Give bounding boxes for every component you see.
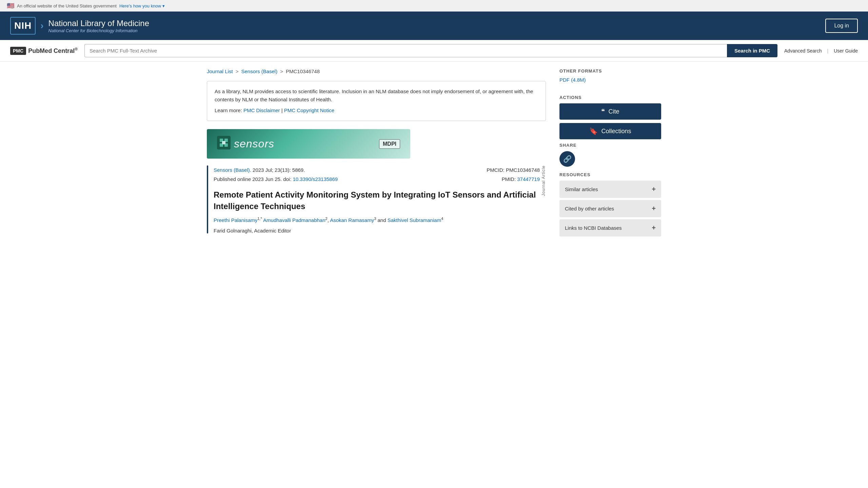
pmc-logo-link[interactable]: PMC PubMed Central® [10, 47, 78, 55]
notice-sep: | [281, 107, 284, 113]
share-link-icon: 🔗 [563, 155, 572, 163]
svg-rect-5 [222, 141, 225, 144]
nih-abbr: NIH [14, 20, 32, 31]
author-4-link[interactable]: Sakthivel Subramaniam [388, 217, 441, 223]
left-accent-bar [207, 165, 208, 233]
nih-header: NIH › National Library of Medicine Natio… [0, 12, 868, 40]
similar-articles-label: Similar articles [565, 186, 598, 192]
how-you-know-link[interactable]: Here's how you know ▾ [119, 3, 165, 8]
pmc-header: PMC PubMed Central® Search in PMC Advanc… [0, 40, 868, 62]
notice-box: As a library, NLM provides access to sci… [207, 81, 546, 121]
similar-articles-plus-icon: + [652, 185, 656, 193]
nih-chevron-icon: › [40, 20, 43, 31]
advanced-search-link[interactable]: Advanced Search [784, 48, 822, 54]
search-input[interactable] [84, 44, 727, 57]
article-meta-right: PMCID: PMC10346748 PMID: 37447719 [487, 165, 540, 184]
journal-article-label: Journal Article [541, 165, 546, 199]
cited-by-articles-item[interactable]: Cited by other articles + [559, 200, 661, 217]
page-container: Journal List > Sensors (Basel) > PMC1034… [197, 62, 671, 245]
collections-icon: 🔖 [589, 127, 598, 135]
cited-by-plus-icon: + [652, 205, 656, 212]
cited-by-articles-label: Cited by other articles [565, 206, 614, 211]
breadcrumb-sensors[interactable]: Sensors (Basel) [241, 68, 277, 74]
pdf-link[interactable]: PDF (4.8M) [559, 77, 586, 83]
journal-banner: sensors MDPI [207, 129, 410, 159]
share-link-button[interactable]: 🔗 [559, 151, 575, 167]
resources-title: RESOURCES [559, 172, 661, 177]
mdpi-logo: MDPI [379, 139, 400, 149]
search-button[interactable]: Search in PMC [727, 44, 777, 57]
article-body-wrapper: Sensors (Basel). 2023 Jul; 23(13): 5869.… [207, 165, 546, 233]
search-bar-wrapper: Search in PMC [84, 44, 777, 57]
pmc-nav: Advanced Search | User Guide [784, 48, 858, 54]
breadcrumb-current: PMC10346748 [286, 68, 320, 74]
author-1-sup: 1,* [257, 217, 262, 221]
author-4-sup: 4 [441, 217, 443, 221]
sensors-chip-icon [217, 136, 231, 152]
nih-subtitle: National Center for Biotechnology Inform… [48, 28, 149, 33]
user-guide-link[interactable]: User Guide [834, 48, 858, 54]
published-label: Published online 2023 Jun 25. doi: [214, 176, 291, 182]
article-body-content: Sensors (Basel). 2023 Jul; 23(13): 5869.… [214, 165, 540, 233]
journal-info: 2023 Jul; 23(13): 5869. [253, 167, 305, 173]
authors: Preethi Palanisamy1,* Amudhavalli Padman… [214, 216, 540, 224]
collections-button[interactable]: 🔖 Collections [559, 123, 661, 139]
nih-logo-box: NIH [10, 17, 36, 35]
notice-text: As a library, NLM provides access to sci… [215, 87, 538, 104]
gov-banner: 🇺🇸 An official website of the United Sta… [0, 0, 868, 12]
us-flag: 🇺🇸 [7, 2, 14, 9]
pmc-logo-text: PubMed Central® [28, 47, 78, 55]
author-2-link[interactable]: Amudhavalli Padmanabhan [263, 217, 325, 223]
login-button[interactable]: Log in [825, 19, 858, 33]
nih-logo-area: NIH › National Library of Medicine Natio… [10, 17, 149, 35]
main-content: Journal List > Sensors (Basel) > PMC1034… [207, 68, 546, 239]
breadcrumb-sep-2: > [280, 68, 283, 74]
chevron-icon: ▾ [162, 3, 165, 8]
editor-line: Farid Golnaraghi, Academic Editor [214, 228, 540, 233]
pmc-copyright-link[interactable]: PMC Copyright Notice [284, 107, 334, 113]
similar-articles-item[interactable]: Similar articles + [559, 181, 661, 198]
sensors-name: sensors [234, 138, 274, 150]
article-meta: Sensors (Basel). 2023 Jul; 23(13): 5869.… [214, 165, 540, 184]
sensors-logo: sensors [217, 136, 274, 152]
journal-link[interactable]: Sensors (Basel). [214, 167, 251, 173]
pmc-logo-sup: ® [75, 47, 78, 52]
how-you-know-text: Here's how you know [119, 3, 161, 8]
ncbi-databases-label: Links to NCBI Databases [565, 225, 622, 231]
pmid-link[interactable]: 37447719 [517, 176, 540, 182]
cite-button[interactable]: ❝ Cite [559, 103, 661, 120]
actions-title: ACTIONS [559, 95, 661, 100]
nih-title: National Library of Medicine [48, 19, 149, 28]
sidebar: OTHER FORMATS PDF (4.8M) ACTIONS ❝ Cite … [559, 68, 661, 239]
pmcid-label: PMCID: PMC10346748 [487, 165, 540, 175]
cite-icon: ❝ [601, 107, 605, 116]
pmc-disclaimer-link[interactable]: PMC Disclaimer [243, 107, 280, 113]
collections-label: Collections [601, 128, 631, 135]
breadcrumb-journal-list[interactable]: Journal List [207, 68, 233, 74]
doi-link[interactable]: 10.3390/s23135869 [293, 176, 338, 182]
article-title: Remote Patient Activity Monitoring Syste… [214, 189, 540, 212]
pmid-label: PMID: [501, 176, 516, 182]
author-1-link[interactable]: Preethi Palanisamy [214, 217, 257, 223]
pmc-logo-box: PMC [10, 47, 26, 55]
breadcrumb-sep-1: > [236, 68, 239, 74]
article-meta-left: Sensors (Basel). 2023 Jul; 23(13): 5869.… [214, 165, 338, 184]
ncbi-databases-plus-icon: + [652, 224, 656, 232]
gov-banner-text: An official website of the United States… [17, 3, 117, 8]
author-sep-comma: , [328, 217, 329, 223]
nav-divider: | [827, 48, 829, 54]
ncbi-databases-item[interactable]: Links to NCBI Databases + [559, 219, 661, 237]
nih-title-area: National Library of Medicine National Ce… [48, 19, 149, 33]
author-3-link[interactable]: Asokan Ramasamy [330, 217, 374, 223]
other-formats-title: OTHER FORMATS [559, 68, 661, 74]
share-title: SHARE [559, 143, 661, 148]
cite-label: Cite [608, 108, 619, 115]
notice-learn-more: Learn more: [215, 107, 242, 113]
breadcrumb: Journal List > Sensors (Basel) > PMC1034… [207, 68, 546, 74]
